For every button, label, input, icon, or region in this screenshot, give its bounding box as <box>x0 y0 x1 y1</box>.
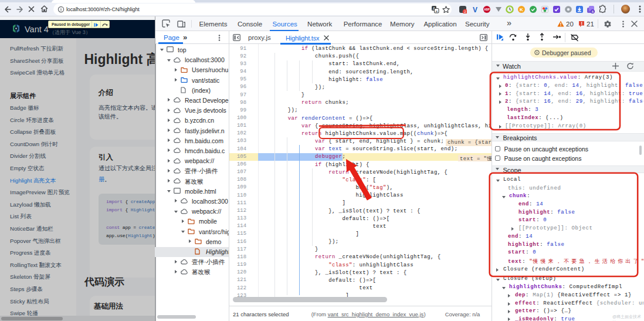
svg-text:B: B <box>592 10 594 13</box>
svg-text:K: K <box>520 7 523 12</box>
svg-text:V: V <box>473 6 477 14</box>
svg-text:ABP: ABP <box>484 8 490 11</box>
